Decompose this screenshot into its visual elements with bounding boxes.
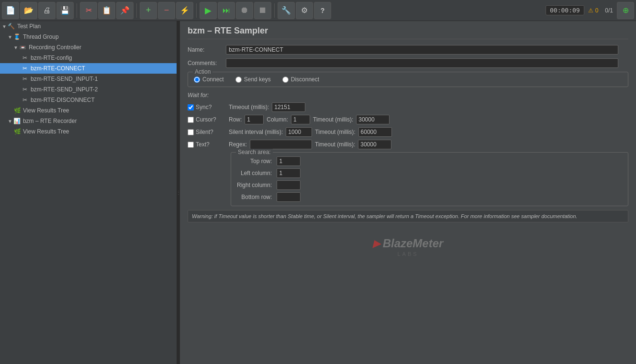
start-button[interactable]: ▶ [200, 2, 217, 19]
stop-button[interactable]: ⏺ [236, 2, 253, 19]
sep2 [136, 3, 137, 18]
start-no-pause-button[interactable]: ⏭ [218, 2, 235, 19]
sidebar-item-bzm-rte-send-input-2[interactable]: ✂ bzm-RTE-SEND_INPUT-2 [0, 84, 177, 95]
toggle-button[interactable]: ⚡ [176, 2, 193, 19]
sidebar-item-recording-controller[interactable]: ▼ 📼 Recording Controller [0, 42, 177, 53]
sep3 [196, 3, 197, 18]
sync-checkbox-label[interactable]: Sync? [188, 104, 226, 110]
add-button[interactable]: + [140, 2, 157, 19]
panel-title: bzm – RTE Sampler [188, 26, 628, 39]
help-button[interactable]: ? [314, 2, 331, 19]
text-timeout-label: Timeout (millis): [315, 141, 355, 148]
cursor-timeout-input[interactable] [356, 115, 390, 124]
save-button[interactable]: 💾 [56, 2, 74, 19]
text-regex-label: Regex: [229, 141, 247, 148]
open-button[interactable]: 📂 [20, 2, 37, 19]
wait-for-title: Wait for: [188, 92, 628, 99]
add-remote-button[interactable]: ⊕ [617, 2, 634, 19]
sidebar-item-bzm-rte-send-input-1[interactable]: ✂ bzm-RTE-SEND_INPUT-1 [0, 74, 177, 84]
sidebar-item-bzm-rte-recorder[interactable]: ▼ 📊 bzm – RTE Recorder [0, 116, 177, 126]
sync-timeout-input[interactable] [272, 102, 305, 112]
name-input[interactable] [226, 45, 618, 55]
cursor-col-label: Column: [267, 116, 288, 123]
sidebar-item-label: bzm-RTE-config [31, 55, 175, 61]
sidebar-item-label: bzm-RTE-CONNECT [31, 65, 175, 72]
sidebar-item-view-results-tree-1[interactable]: 🌿 View Results Tree [0, 105, 177, 116]
connect-label: Connect [202, 76, 224, 83]
stop-now-button[interactable]: ⏹ [254, 2, 271, 19]
cursor-timeout-label: Timeout (millis): [313, 116, 353, 123]
text-checkbox-label[interactable]: Text? [188, 141, 226, 148]
cursor-row: Cursor? Row: Column: Timeout (millis): [188, 115, 628, 124]
arrow-icon: ▼ [8, 34, 12, 40]
action-radio-group: Connect Send keys Disconnect [194, 76, 622, 83]
sidebar-item-label: View Results Tree [23, 128, 175, 135]
logo-bullet: ▶ [373, 238, 380, 249]
left-col-input[interactable] [277, 168, 301, 178]
paste-button[interactable]: 📌 [116, 2, 134, 19]
cursor-row-input[interactable] [245, 115, 264, 124]
sidebar-item-view-results-tree-2[interactable]: 🌿 View Results Tree [0, 126, 177, 137]
sep4 [274, 3, 275, 18]
comments-input[interactable] [226, 58, 618, 68]
send-keys-label: Send keys [244, 76, 271, 83]
sync-checkbox[interactable] [188, 104, 194, 110]
logo-sub: LABS [373, 251, 444, 257]
arrow-icon: ▼ [2, 24, 7, 29]
cut-button[interactable]: ✂ [80, 2, 97, 19]
cursor-label: Cursor? [196, 116, 216, 123]
top-row-input[interactable] [277, 156, 301, 166]
send-keys-radio[interactable] [235, 77, 242, 83]
sep1 [77, 3, 77, 18]
connect-radio[interactable] [194, 77, 200, 83]
silent-checkbox-label[interactable]: Silent? [188, 129, 226, 135]
sidebar-item-label: Test Plan [17, 23, 175, 30]
bottom-row-label: Bottom row: [237, 194, 272, 200]
name-label: Name: [188, 46, 226, 53]
sidebar-item-label: bzm-RTE-SEND_INPUT-2 [31, 86, 175, 93]
silent-checkbox[interactable] [188, 129, 194, 135]
sidebar-item-thread-group[interactable]: ▼ 🧵 Thread Group [0, 32, 177, 42]
print-button[interactable]: 🖨 [38, 2, 56, 19]
arrow-icon: ▼ [13, 45, 18, 50]
copy-button[interactable]: 📋 [98, 2, 115, 19]
sidebar-item-bzm-rte-config[interactable]: ✂ bzm-RTE-config [0, 53, 177, 63]
sidebar-item-label: bzm-RTE-DISCONNECT [31, 97, 175, 103]
search-area-title: Search area: [236, 149, 273, 155]
sync-timeout-label: Timeout (millis): [229, 104, 269, 110]
action-group-title: Action [193, 68, 212, 75]
action-disconnect[interactable]: Disconnect [282, 76, 319, 83]
sync-row: Sync? Timeout (millis): [188, 102, 628, 112]
sampler-icon: ✂ [21, 75, 29, 83]
settings-button[interactable]: ⚙ [296, 2, 313, 19]
silent-timeout-input[interactable] [358, 127, 392, 137]
right-col-input[interactable] [277, 180, 301, 190]
name-row: Name: [188, 45, 628, 55]
action-connect[interactable]: Connect [194, 76, 224, 83]
silent-interval-input[interactable] [286, 127, 312, 137]
sidebar-item-bzm-rte-connect[interactable]: ✂ bzm-RTE-CONNECT [0, 63, 177, 74]
wait-for-section: Wait for: Sync? Timeout (millis): Cursor… [188, 92, 628, 222]
sidebar-item-label: Recording Controller [29, 44, 175, 51]
listener-icon: 🌿 [13, 107, 21, 114]
sync-label: Sync? [196, 104, 212, 110]
test-plan-icon: 🔨 [8, 22, 15, 30]
text-checkbox[interactable] [188, 142, 194, 148]
tools-button[interactable]: 🔧 [278, 2, 295, 19]
disconnect-radio[interactable] [282, 77, 289, 83]
remove-button[interactable]: − [158, 2, 175, 19]
text-timeout-input[interactable] [358, 140, 391, 149]
text-regex-input[interactable] [250, 140, 312, 149]
bottom-row-input[interactable] [277, 192, 301, 202]
new-button[interactable]: 📄 [2, 2, 19, 19]
action-send-keys[interactable]: Send keys [235, 76, 271, 83]
main-layout: ▼ 🔨 Test Plan ▼ 🧵 Thread Group ▼ 📼 Recor… [0, 21, 636, 364]
cursor-checkbox-label[interactable]: Cursor? [188, 116, 226, 123]
cursor-row-label: Row: [229, 116, 242, 123]
cursor-checkbox[interactable] [188, 117, 194, 123]
recording-controller-icon: 📼 [19, 44, 27, 51]
sidebar-item-test-plan[interactable]: ▼ 🔨 Test Plan [0, 21, 177, 32]
cursor-col-input[interactable] [291, 115, 310, 124]
sidebar-item-bzm-rte-disconnect[interactable]: ✂ bzm-RTE-DISCONNECT [0, 95, 177, 105]
text-label: Text? [196, 141, 210, 148]
